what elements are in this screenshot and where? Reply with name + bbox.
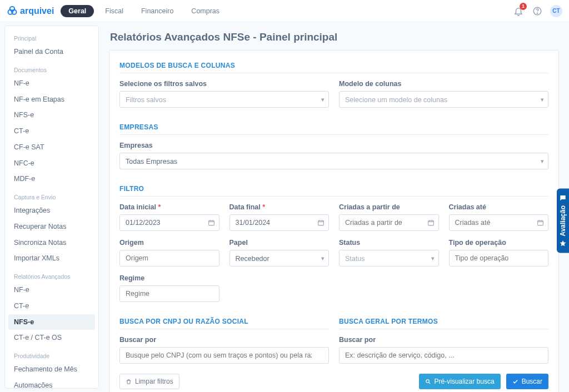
svg-point-4 [537,13,537,13]
brand-logo[interactable]: arquivei [7,6,54,17]
search-icon [425,379,431,385]
column-model-select[interactable]: Selecione um modelo de colunas [339,91,548,108]
busca-cnpj-label: Buscar por [119,336,329,344]
logo-icon [7,6,18,17]
sidebar-item-automacoes[interactable]: Automações [8,378,95,389]
preview-search-label: Pré-visualizar busca [435,378,495,385]
sidebar-item-nfse[interactable]: NFS-e [8,107,95,123]
sidebar-item-mdfe[interactable]: MDF-e [8,171,95,187]
sidebar-item-importar-xmls[interactable]: Importar XMLs [8,250,95,267]
sidebar-item-nfe[interactable]: NF-e [8,76,95,92]
sidebar: Principal Painel da Conta Documentos NF-… [4,26,99,389]
sidebar-item-rel-cte[interactable]: CT-e [8,298,95,314]
search-label: Buscar [522,378,542,385]
section-filtro-title: FILTRO [119,185,548,193]
sidebar-heading-produtividade: Produtividade [8,349,95,361]
regime-input[interactable] [119,285,219,302]
sidebar-item-integracoes[interactable]: Integrações [8,203,95,219]
topnav-fiscal[interactable]: Fiscal [98,4,130,18]
clear-filters-button[interactable]: Limpar filtros [119,374,179,389]
feedback-tab[interactable]: Avaliação [557,189,569,253]
tipo-operacao-label: Tipo de operação [449,239,549,247]
status-label: Status [339,239,439,247]
panel: MODELOS DE BUSCA E COLUNAS Selecione os … [109,50,559,392]
main: Relatórios Avançados NFSe - Painel princ… [99,22,569,392]
topnav-geral[interactable]: Geral [61,5,94,17]
top-nav: Geral Fiscal Financeiro Compras [61,4,226,18]
sidebar-item-nfce[interactable]: NFC-e [8,155,95,172]
empresas-label: Empresas [119,142,548,149]
search-button[interactable]: Buscar [506,374,548,389]
sidebar-item-sincroniza-notas[interactable]: Sincroniza Notas [8,235,95,251]
brand-text: arquivei [20,6,54,16]
divider [119,134,548,135]
avatar[interactable]: CT [550,5,562,17]
sidebar-item-recuperar-notas[interactable]: Recuperar Notas [8,219,95,235]
data-final-input[interactable] [229,214,330,231]
notifications-count-badge: 1 [520,3,527,10]
trash-icon [126,379,132,385]
saved-filters-label: Selecione os filtros salvos [119,80,329,88]
sidebar-item-rel-nfe[interactable]: NF-e [8,282,95,298]
busca-geral-input[interactable] [339,347,548,364]
empresas-select[interactable]: Todas Empresas [119,153,548,169]
data-inicial-label: Data inicial [119,203,219,211]
sidebar-heading-documentos: Documentos [8,63,95,76]
feedback-label: Avaliação [559,205,567,237]
page-title: Relatórios Avançados NFSe - Painel princ… [110,31,558,43]
column-model-label: Modelo de colunas [339,80,548,88]
papel-label: Papel [229,239,330,247]
criadas-ate-input[interactable] [449,214,549,231]
section-empresas-title: EMPRESAS [119,123,548,131]
sidebar-heading-captura: Captura e Envio [8,190,95,203]
topbar: arquivei Geral Fiscal Financeiro Compras… [0,0,569,22]
papel-select[interactable]: Recebedor [229,250,330,267]
footer-row: Limpar filtros Pré-visualizar busca Busc… [119,374,548,389]
sidebar-heading-principal: Principal [8,32,95,44]
sidebar-item-rel-nfse[interactable]: NFS-e [8,314,95,330]
busca-cnpj-input[interactable] [119,347,329,364]
regime-label: Regime [119,274,219,282]
preview-search-button[interactable]: Pré-visualizar busca [419,374,501,389]
notifications-bell-icon[interactable]: 1 [512,5,525,17]
data-inicial-input[interactable] [119,214,219,231]
sidebar-item-nfe-etapas[interactable]: NF-e em Etapas [8,92,95,108]
saved-filters-select[interactable]: Filtros salvos [119,91,329,108]
section-busca-cnpj-title: BUSCA POR CNPJ OU RAZÃO SOCIAL [119,318,329,325]
section-busca-geral-title: BUSCA GERAL POR TERMOS [339,318,548,325]
sidebar-heading-relatorios: Relatórios Avançados [8,270,95,282]
divider [119,329,329,329]
data-final-label: Data final [229,203,330,211]
clear-filters-label: Limpar filtros [135,378,173,385]
divider [119,196,548,197]
criadas-ate-label: Criadas até [449,203,549,211]
origem-label: Origem [119,239,219,247]
origem-input[interactable] [119,250,219,267]
topnav-compras[interactable]: Compras [184,4,226,18]
help-icon[interactable] [531,5,543,17]
sidebar-item-rel-cte-os[interactable]: CT-e / CT-e OS [8,330,95,346]
divider [119,73,548,73]
topbar-right: 1 CT [512,5,562,17]
sidebar-item-painel-conta[interactable]: Painel da Conta [8,44,95,60]
sidebar-item-fechamento-mes[interactable]: Fechamento de Mês [8,361,95,378]
criadas-de-input[interactable] [339,214,439,231]
criadas-de-label: Criadas a partir de [339,203,439,211]
topnav-financeiro[interactable]: Financeiro [134,4,180,18]
divider [339,329,548,329]
star-icon [559,240,567,248]
tipo-operacao-input[interactable] [449,250,549,267]
sidebar-item-cte[interactable]: CT-e [8,123,95,139]
status-select[interactable]: Status [339,250,439,267]
chat-icon [559,194,567,202]
check-icon [512,379,518,385]
busca-geral-label: Buscar por [339,336,548,344]
svg-point-9 [426,379,429,383]
sidebar-item-cfesat[interactable]: CF-e SAT [8,139,95,155]
section-modelos-title: MODELOS DE BUSCA E COLUNAS [119,62,548,69]
